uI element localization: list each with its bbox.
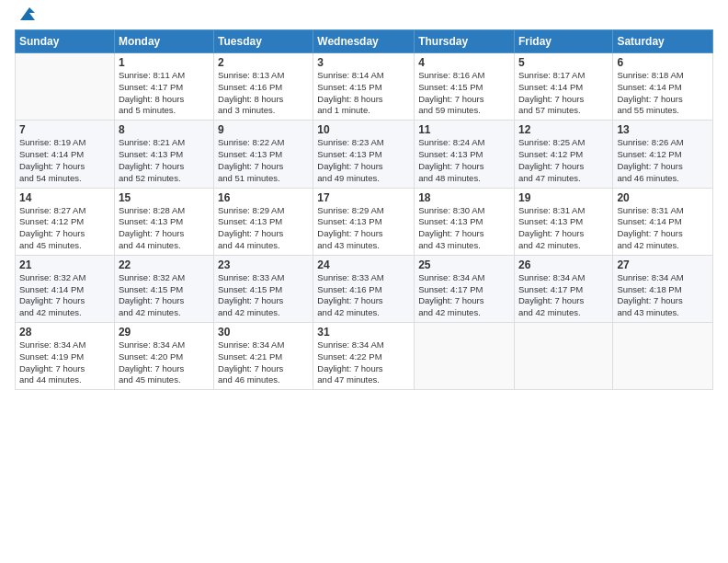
- day-detail: Sunrise: 8:34 AM Sunset: 4:18 PM Dayligh…: [617, 272, 709, 319]
- day-number: 5: [518, 56, 609, 69]
- day-detail: Sunrise: 8:13 AM Sunset: 4:16 PM Dayligh…: [218, 70, 309, 117]
- calendar-cell: [514, 323, 612, 390]
- calendar-cell: 15Sunrise: 8:28 AM Sunset: 4:13 PM Dayli…: [114, 188, 213, 255]
- calendar-cell: 11Sunrise: 8:24 AM Sunset: 4:13 PM Dayli…: [415, 121, 515, 188]
- day-detail: Sunrise: 8:25 AM Sunset: 4:12 PM Dayligh…: [518, 137, 609, 184]
- day-detail: Sunrise: 8:34 AM Sunset: 4:17 PM Dayligh…: [518, 272, 609, 319]
- day-number: 4: [418, 56, 510, 69]
- day-detail: Sunrise: 8:34 AM Sunset: 4:21 PM Dayligh…: [218, 339, 309, 386]
- day-number: 1: [119, 56, 210, 69]
- day-number: 22: [119, 259, 210, 271]
- day-detail: Sunrise: 8:34 AM Sunset: 4:17 PM Dayligh…: [418, 272, 510, 319]
- calendar-page: SundayMondayTuesdayWednesdayThursdayFrid…: [0, 0, 728, 563]
- calendar-cell: 9Sunrise: 8:22 AM Sunset: 4:13 PM Daylig…: [214, 121, 313, 188]
- calendar-cell: [415, 323, 515, 390]
- day-number: 8: [119, 123, 210, 136]
- day-detail: Sunrise: 8:34 AM Sunset: 4:22 PM Dayligh…: [317, 339, 410, 386]
- calendar-table: SundayMondayTuesdayWednesdayThursdayFrid…: [15, 29, 713, 390]
- day-detail: Sunrise: 8:11 AM Sunset: 4:17 PM Dayligh…: [119, 70, 210, 117]
- calendar-cell: 29Sunrise: 8:34 AM Sunset: 4:20 PM Dayli…: [114, 323, 213, 390]
- day-number: 26: [518, 259, 609, 271]
- day-detail: Sunrise: 8:27 AM Sunset: 4:12 PM Dayligh…: [19, 205, 110, 252]
- logo-icon: [17, 4, 37, 24]
- day-number: 15: [119, 191, 210, 204]
- day-detail: Sunrise: 8:33 AM Sunset: 4:15 PM Dayligh…: [218, 272, 309, 319]
- day-number: 27: [617, 259, 709, 271]
- day-number: 12: [518, 123, 609, 136]
- header-tuesday: Tuesday: [214, 30, 313, 53]
- calendar-cell: 19Sunrise: 8:31 AM Sunset: 4:13 PM Dayli…: [514, 188, 612, 255]
- day-detail: Sunrise: 8:19 AM Sunset: 4:14 PM Dayligh…: [19, 137, 110, 184]
- day-number: 30: [218, 326, 309, 339]
- day-number: 13: [617, 123, 709, 136]
- header-saturday: Saturday: [613, 30, 713, 53]
- day-number: 16: [218, 191, 309, 204]
- calendar-cell: [613, 323, 713, 390]
- day-detail: Sunrise: 8:23 AM Sunset: 4:13 PM Dayligh…: [317, 137, 410, 184]
- calendar-cell: 27Sunrise: 8:34 AM Sunset: 4:18 PM Dayli…: [613, 255, 713, 322]
- page-header: [15, 9, 713, 24]
- calendar-cell: 20Sunrise: 8:31 AM Sunset: 4:14 PM Dayli…: [613, 188, 713, 255]
- week-row-1: 1Sunrise: 8:11 AM Sunset: 4:17 PM Daylig…: [16, 53, 713, 121]
- calendar-header-row: SundayMondayTuesdayWednesdayThursdayFrid…: [16, 30, 713, 53]
- day-detail: Sunrise: 8:33 AM Sunset: 4:16 PM Dayligh…: [317, 272, 410, 319]
- calendar-cell: 24Sunrise: 8:33 AM Sunset: 4:16 PM Dayli…: [313, 255, 415, 322]
- day-detail: Sunrise: 8:17 AM Sunset: 4:14 PM Dayligh…: [518, 70, 609, 117]
- day-number: 10: [317, 123, 410, 136]
- day-number: 6: [617, 56, 709, 69]
- day-detail: Sunrise: 8:29 AM Sunset: 4:13 PM Dayligh…: [218, 205, 309, 252]
- calendar-cell: 5Sunrise: 8:17 AM Sunset: 4:14 PM Daylig…: [514, 53, 612, 121]
- day-number: 28: [19, 326, 110, 339]
- header-wednesday: Wednesday: [313, 30, 415, 53]
- day-detail: Sunrise: 8:21 AM Sunset: 4:13 PM Dayligh…: [119, 137, 210, 184]
- calendar-cell: 26Sunrise: 8:34 AM Sunset: 4:17 PM Dayli…: [514, 255, 612, 322]
- calendar-cell: 8Sunrise: 8:21 AM Sunset: 4:13 PM Daylig…: [114, 121, 213, 188]
- day-detail: Sunrise: 8:32 AM Sunset: 4:15 PM Dayligh…: [119, 272, 210, 319]
- calendar-cell: 30Sunrise: 8:34 AM Sunset: 4:21 PM Dayli…: [214, 323, 313, 390]
- day-detail: Sunrise: 8:30 AM Sunset: 4:13 PM Dayligh…: [418, 205, 510, 252]
- day-detail: Sunrise: 8:16 AM Sunset: 4:15 PM Dayligh…: [418, 70, 510, 117]
- week-row-5: 28Sunrise: 8:34 AM Sunset: 4:19 PM Dayli…: [16, 323, 713, 390]
- calendar-cell: 16Sunrise: 8:29 AM Sunset: 4:13 PM Dayli…: [214, 188, 313, 255]
- calendar-cell: 4Sunrise: 8:16 AM Sunset: 4:15 PM Daylig…: [415, 53, 515, 121]
- day-detail: Sunrise: 8:34 AM Sunset: 4:19 PM Dayligh…: [19, 339, 110, 386]
- day-number: 9: [218, 123, 309, 136]
- day-detail: Sunrise: 8:31 AM Sunset: 4:13 PM Dayligh…: [518, 205, 609, 252]
- header-thursday: Thursday: [415, 30, 515, 53]
- calendar-cell: [16, 53, 115, 121]
- day-number: 18: [418, 191, 510, 204]
- calendar-cell: 2Sunrise: 8:13 AM Sunset: 4:16 PM Daylig…: [214, 53, 313, 121]
- day-detail: Sunrise: 8:29 AM Sunset: 4:13 PM Dayligh…: [317, 205, 410, 252]
- calendar-cell: 12Sunrise: 8:25 AM Sunset: 4:12 PM Dayli…: [514, 121, 612, 188]
- calendar-cell: 31Sunrise: 8:34 AM Sunset: 4:22 PM Dayli…: [313, 323, 415, 390]
- header-sunday: Sunday: [16, 30, 115, 53]
- day-detail: Sunrise: 8:28 AM Sunset: 4:13 PM Dayligh…: [119, 205, 210, 252]
- day-number: 2: [218, 56, 309, 69]
- calendar-cell: 21Sunrise: 8:32 AM Sunset: 4:14 PM Dayli…: [16, 255, 115, 322]
- calendar-cell: 6Sunrise: 8:18 AM Sunset: 4:14 PM Daylig…: [613, 53, 713, 121]
- week-row-4: 21Sunrise: 8:32 AM Sunset: 4:14 PM Dayli…: [16, 255, 713, 322]
- day-number: 25: [418, 259, 510, 271]
- header-friday: Friday: [514, 30, 612, 53]
- day-number: 17: [317, 191, 410, 204]
- day-detail: Sunrise: 8:26 AM Sunset: 4:12 PM Dayligh…: [617, 137, 709, 184]
- day-number: 14: [19, 191, 110, 204]
- calendar-cell: 1Sunrise: 8:11 AM Sunset: 4:17 PM Daylig…: [114, 53, 213, 121]
- day-number: 24: [317, 259, 410, 271]
- day-detail: Sunrise: 8:34 AM Sunset: 4:20 PM Dayligh…: [119, 339, 210, 386]
- calendar-cell: 10Sunrise: 8:23 AM Sunset: 4:13 PM Dayli…: [313, 121, 415, 188]
- day-detail: Sunrise: 8:18 AM Sunset: 4:14 PM Dayligh…: [617, 70, 709, 117]
- calendar-cell: 23Sunrise: 8:33 AM Sunset: 4:15 PM Dayli…: [214, 255, 313, 322]
- day-detail: Sunrise: 8:31 AM Sunset: 4:14 PM Dayligh…: [617, 205, 709, 252]
- calendar-cell: 17Sunrise: 8:29 AM Sunset: 4:13 PM Dayli…: [313, 188, 415, 255]
- day-number: 11: [418, 123, 510, 136]
- day-number: 20: [617, 191, 709, 204]
- day-number: 31: [317, 326, 410, 339]
- calendar-cell: 25Sunrise: 8:34 AM Sunset: 4:17 PM Dayli…: [415, 255, 515, 322]
- calendar-cell: 18Sunrise: 8:30 AM Sunset: 4:13 PM Dayli…: [415, 188, 515, 255]
- calendar-cell: 28Sunrise: 8:34 AM Sunset: 4:19 PM Dayli…: [16, 323, 115, 390]
- week-row-2: 7Sunrise: 8:19 AM Sunset: 4:14 PM Daylig…: [16, 121, 713, 188]
- logo: [15, 9, 37, 24]
- day-detail: Sunrise: 8:24 AM Sunset: 4:13 PM Dayligh…: [418, 137, 510, 184]
- day-number: 29: [119, 326, 210, 339]
